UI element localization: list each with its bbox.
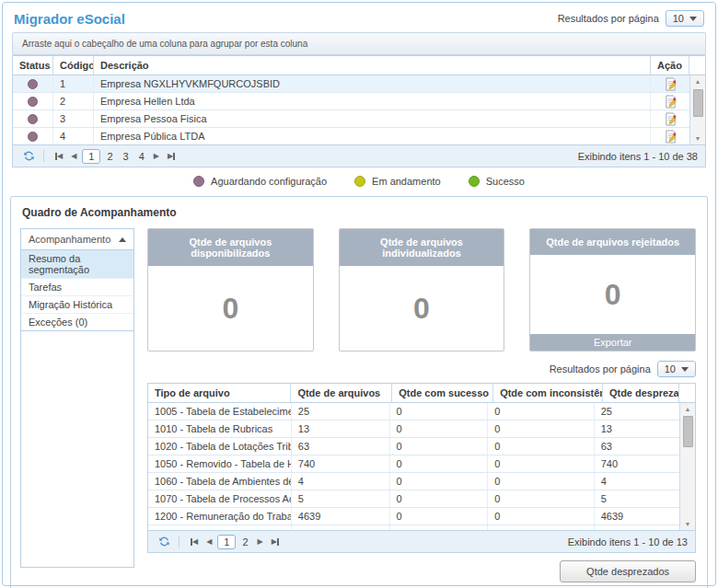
- edit-action-button[interactable]: [651, 93, 689, 110]
- scrollbar-down-icon[interactable]: ▼: [685, 520, 691, 528]
- export-button[interactable]: Exportar: [530, 334, 695, 351]
- qtde-desprezados-button[interactable]: Qtde desprezados: [560, 560, 696, 582]
- prev-page-button[interactable]: ◀: [203, 536, 214, 548]
- table-row[interactable]: 3 Empresa Pessoa Fisica: [13, 110, 689, 128]
- cell-qtde: 25: [292, 403, 390, 420]
- cell-inconsistencia: 0: [488, 525, 594, 530]
- table-row[interactable]: 1005 - Tabela de Estabelecimentos, ... 2…: [148, 403, 679, 421]
- page-button-current[interactable]: 1: [82, 149, 100, 164]
- refresh-icon: [23, 150, 35, 162]
- table-row[interactable]: 1200 - Remuneração do Trabalhador 4639 0…: [148, 508, 679, 525]
- last-page-button[interactable]: ▶: [269, 536, 282, 548]
- column-header-qtde-com-sucesso[interactable]: Qtde com sucesso: [392, 384, 493, 402]
- refresh-button[interactable]: [20, 150, 44, 162]
- prev-page-button[interactable]: ◀: [68, 150, 79, 162]
- page-button[interactable]: 3: [120, 150, 133, 163]
- scrollbar-thumb[interactable]: [683, 416, 693, 447]
- sidebar-item-tarefas[interactable]: Tarefas: [21, 279, 133, 296]
- first-page-button[interactable]: ◀: [188, 536, 201, 548]
- page-button[interactable]: 2: [103, 150, 116, 163]
- column-header-spacer: [679, 384, 695, 402]
- sidebar-item-migracao-historica[interactable]: Migração Histórica: [21, 296, 133, 314]
- pager-info: Exibindo itens 1 - 10 de 38: [578, 151, 698, 162]
- table-row[interactable]: 1010 - Tabela de Rubricas 13 0 0 13: [148, 421, 679, 438]
- cell-qtde: 5: [292, 490, 390, 507]
- next-page-button[interactable]: ▶: [151, 150, 162, 162]
- table-row[interactable]: 1060 - Tabela de Ambientes de Trab... 4 …: [148, 473, 679, 490]
- edit-icon: [664, 130, 677, 144]
- column-header-qtde-desprezados[interactable]: Qtde desprezados: [603, 384, 679, 402]
- edit-action-button[interactable]: [651, 75, 689, 92]
- results-per-page: Resultados por página 10: [558, 10, 704, 27]
- page-button[interactable]: 4: [135, 150, 148, 163]
- table-row[interactable]: 1020 - Tabela de Lotações Tributárias 63…: [148, 438, 679, 455]
- edit-action-button[interactable]: [651, 110, 689, 127]
- sidebar-header-label: Acompanhamento: [29, 234, 110, 245]
- column-header-spacer: [689, 56, 705, 75]
- table-row[interactable]: 1050 - Removido - Tabela de Horário... 7…: [148, 455, 679, 473]
- cell-tipo: 1200 - Remuneração do Trabalhador: [148, 508, 292, 525]
- cell-desprezados: 13: [595, 421, 679, 437]
- cell-qtde: 4: [292, 473, 390, 490]
- cell-inconsistencia: 0: [488, 473, 594, 490]
- cell-inconsistencia: 0: [488, 490, 594, 507]
- results-per-page-label: Resultados por página: [550, 363, 651, 375]
- column-header-codigo[interactable]: Código: [53, 56, 94, 75]
- column-header-qtde-de-arquivos[interactable]: Qtde de arquivos: [291, 384, 392, 402]
- companies-table: Status Código Descrição Ação 1 Empresa N…: [12, 55, 706, 145]
- cell-inconsistencia: 0: [488, 403, 594, 420]
- page-button[interactable]: 2: [238, 536, 251, 548]
- cell-inconsistencia: 0: [488, 438, 594, 455]
- files-pager: ◀ ◀ 1 2 ▶ ▶ Exibindo itens 1 - 10 de 13: [147, 531, 696, 553]
- files-scrollbar[interactable]: ▲ ▼: [679, 403, 695, 530]
- refresh-button[interactable]: [156, 536, 180, 548]
- collapse-up-icon: [119, 237, 126, 242]
- cell-sucesso: 0: [390, 403, 489, 420]
- edit-icon: [664, 77, 677, 91]
- companies-table-header: Status Código Descrição Ação: [13, 55, 705, 75]
- legend-label: Em andamento: [372, 176, 441, 187]
- page-button-current[interactable]: 1: [217, 535, 236, 549]
- column-header-tipo-de-arquivo[interactable]: Tipo de arquivo: [148, 384, 291, 402]
- column-header-descricao[interactable]: Descrição: [94, 56, 651, 75]
- cell-tipo: 1070 - Tabela de Processos Administ...: [148, 490, 292, 507]
- table-row[interactable]: 4 Empresa Pública LTDA: [13, 128, 689, 144]
- table-row-clipped[interactable]: 2200 - Cadastramento Inicial do Vín... 6…: [148, 525, 679, 530]
- next-page-button[interactable]: ▶: [255, 536, 266, 548]
- results-per-page-value: 10: [665, 363, 676, 375]
- scrollbar-thumb[interactable]: [693, 89, 703, 117]
- results-per-page-value: 10: [673, 13, 684, 24]
- results-per-page-select[interactable]: 10: [666, 10, 704, 27]
- legend-item: Aguardando configuração: [193, 176, 327, 187]
- column-header-acao[interactable]: Ação: [651, 56, 689, 75]
- results-per-page-select[interactable]: 10: [657, 361, 696, 377]
- chevron-down-icon: [681, 367, 689, 372]
- scrollbar-up-icon[interactable]: ▲: [685, 405, 691, 413]
- table-row[interactable]: 1070 - Tabela de Processos Administ... 5…: [148, 490, 679, 508]
- last-page-button[interactable]: ▶: [165, 150, 178, 162]
- companies-scrollbar[interactable]: ▲ ▼: [689, 75, 705, 144]
- status-dot-aguardando: [28, 114, 38, 124]
- panel-title: Quadro de Acompanhamento: [22, 206, 698, 219]
- scrollbar-down-icon[interactable]: ▼: [695, 134, 701, 143]
- column-header-qtde-com-inconsistencia[interactable]: Qtde com inconsistência: [493, 384, 603, 402]
- cell-desprezados: 25: [595, 403, 679, 420]
- refresh-icon: [158, 536, 170, 548]
- sidebar-item-excecoes[interactable]: Exceções (0): [21, 314, 133, 331]
- cell-descricao: Empresa Pessoa Fisica: [94, 110, 651, 127]
- sidebar-item-resumo-da-segmentacao[interactable]: Resumo da segmentação: [21, 250, 133, 279]
- column-header-status[interactable]: Status: [13, 56, 53, 75]
- edit-action-button[interactable]: [651, 128, 689, 144]
- column-group-bar[interactable]: Arraste aqui o cabeçalho de uma coluna p…: [12, 32, 706, 55]
- cell-desprezados: 740: [595, 455, 679, 472]
- legend-item: Sucesso: [469, 176, 525, 187]
- table-row[interactable]: 2 Empresa Hellen Ltda: [13, 93, 689, 110]
- scrollbar-up-icon[interactable]: ▲: [695, 77, 701, 86]
- first-page-button[interactable]: ◀: [52, 150, 65, 162]
- sidebar-accordion-header[interactable]: Acompanhamento: [21, 229, 133, 250]
- files-rows: 1005 - Tabela de Estabelecimentos, ... 2…: [148, 403, 679, 530]
- status-dot-aguardando: [28, 132, 38, 142]
- status-dot-aguardando: [28, 79, 38, 89]
- cell-codigo: 1: [53, 75, 94, 92]
- table-row[interactable]: 1 Empresa NGXLHYVKMFQURCOJSBID: [13, 75, 689, 93]
